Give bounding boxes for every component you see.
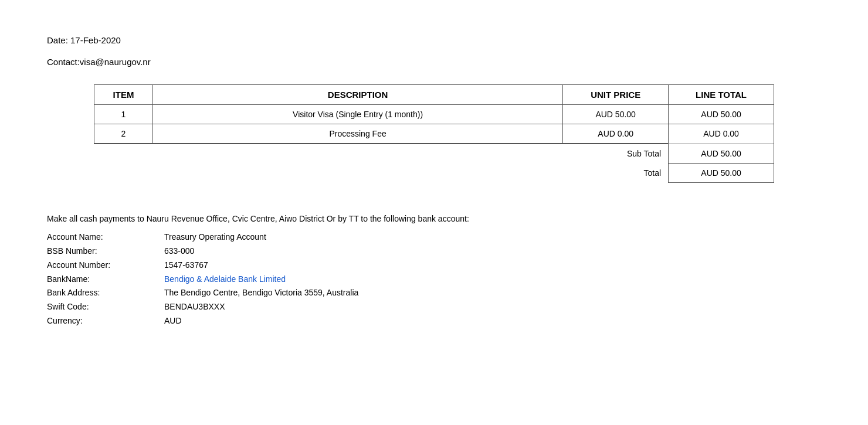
bank-details: Account Name:Treasury Operating AccountB… — [47, 230, 821, 328]
bank-detail-row: Bank Address:The Bendigo Centre, Bendigo… — [47, 286, 821, 300]
bank-detail-value: Bendigo & Adelaide Bank Limited — [164, 273, 286, 287]
bank-detail-value: Treasury Operating Account — [164, 230, 266, 244]
subtotal-row: Sub Total AUD 50.00 — [94, 144, 774, 163]
row1-item: 1 — [94, 105, 153, 124]
col-unit-price: UNIT PRICE — [563, 85, 669, 105]
bank-detail-value: 1547-63767 — [164, 259, 208, 273]
bank-detail-label: BankName: — [47, 273, 164, 287]
date-line: Date: 17-Feb-2020 — [47, 35, 821, 45]
bank-info-section: Make all cash payments to Nauru Revenue … — [47, 212, 821, 328]
bank-detail-value: 633-000 — [164, 244, 194, 259]
row1-line-total: AUD 50.00 — [669, 105, 774, 124]
row1-unit-price: AUD 50.00 — [563, 105, 669, 124]
bank-detail-label: Swift Code: — [47, 300, 164, 314]
bank-detail-label: Account Name: — [47, 230, 164, 244]
subtotal-label: Sub Total — [94, 144, 669, 163]
table-row: 2 Processing Fee AUD 0.00 AUD 0.00 — [94, 124, 774, 144]
bank-detail-row: BSB Number:633-000 — [47, 244, 821, 259]
bank-detail-label: Bank Address: — [47, 286, 164, 300]
bank-detail-value: The Bendigo Centre, Bendigo Victoria 355… — [164, 286, 358, 300]
col-line-total: LINE TOTAL — [669, 85, 774, 105]
col-description: DESCRIPTION — [152, 85, 562, 105]
bank-detail-row: Currency:AUD — [47, 314, 821, 328]
bank-detail-row: BankName:Bendigo & Adelaide Bank Limited — [47, 273, 821, 287]
row2-line-total: AUD 0.00 — [669, 124, 774, 144]
subtotal-value: AUD 50.00 — [669, 144, 774, 163]
bank-detail-value: BENDAU3BXXX — [164, 300, 225, 314]
row2-item: 2 — [94, 124, 153, 144]
contact-line: Contact:visa@naurugov.nr — [47, 57, 821, 67]
bank-detail-row: Account Number:1547-63767 — [47, 259, 821, 273]
total-label: Total — [94, 163, 669, 182]
table-header-row: ITEM DESCRIPTION UNIT PRICE LINE TOTAL — [94, 85, 774, 105]
row2-unit-price: AUD 0.00 — [563, 124, 669, 144]
row1-description: Visitor Visa (Single Entry (1 month)) — [152, 105, 562, 124]
total-row: Total AUD 50.00 — [94, 163, 774, 182]
date-text: Date: 17-Feb-2020 — [47, 35, 121, 45]
bank-detail-value: AUD — [164, 314, 182, 328]
row2-description: Processing Fee — [152, 124, 562, 144]
bank-detail-label: BSB Number: — [47, 244, 164, 259]
col-item: ITEM — [94, 85, 153, 105]
bank-detail-row: Swift Code:BENDAU3BXXX — [47, 300, 821, 314]
bank-detail-label: Account Number: — [47, 259, 164, 273]
bank-detail-row: Account Name:Treasury Operating Account — [47, 230, 821, 244]
contact-text: Contact:visa@naurugov.nr — [47, 57, 151, 67]
table-row: 1 Visitor Visa (Single Entry (1 month)) … — [94, 105, 774, 124]
cash-payment-note: Make all cash payments to Nauru Revenue … — [47, 212, 821, 226]
total-value: AUD 50.00 — [669, 163, 774, 182]
invoice-table: ITEM DESCRIPTION UNIT PRICE LINE TOTAL 1… — [94, 84, 774, 183]
bank-detail-label: Currency: — [47, 314, 164, 328]
